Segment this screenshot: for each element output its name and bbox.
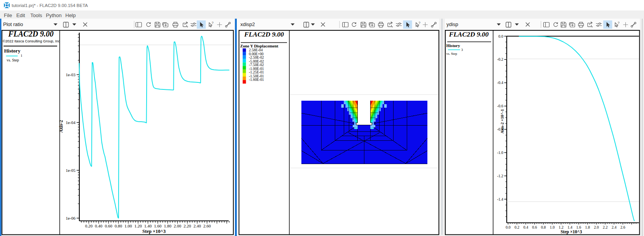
svg-text:-1.2: -1.2 (497, 174, 503, 178)
svg-text:3: 3 (461, 48, 463, 52)
svg-text:-1.60E-01: -1.60E-01 (249, 77, 264, 82)
svg-text:?: ? (618, 21, 620, 25)
svg-text:-0.4: -0.4 (497, 80, 503, 85)
svg-text:Help: Help (65, 12, 76, 18)
svg-text:Step ×10^3: Step ×10^3 (142, 229, 166, 234)
svg-text:1.60: 1.60 (154, 224, 162, 228)
svg-text:0.60: 0.60 (105, 224, 112, 228)
svg-text:1e-05: 1e-05 (66, 168, 76, 173)
svg-text:?: ? (418, 21, 420, 25)
svg-text:History: History (446, 43, 460, 48)
svg-text:Plot ratio: Plot ratio (3, 21, 23, 27)
svg-text:Tools: Tools (30, 12, 42, 18)
svg-text:Edit: Edit (16, 12, 25, 18)
svg-text:FLAC2D 9.00: FLAC2D 9.00 (8, 30, 54, 38)
svg-text:FLAC2D 9.00: FLAC2D 9.00 (448, 30, 488, 38)
svg-text:2.0: 2.0 (594, 225, 599, 229)
svg-text:Python: Python (46, 12, 61, 18)
svg-text:?: ? (212, 21, 214, 25)
svg-text:0.0: 0.0 (499, 34, 504, 38)
svg-text:tutorial1.prj* - FLAC2D 9.00.1: tutorial1.prj* - FLAC2D 9.00.154 BETA (12, 3, 88, 8)
svg-text:©2022 Itasca Consulting Group,: ©2022 Itasca Consulting Group, Inc (3, 39, 60, 43)
svg-text:1.6: 1.6 (576, 225, 581, 229)
svg-text:1.40: 1.40 (144, 224, 152, 228)
svg-text:-0.6: -0.6 (497, 104, 503, 108)
svg-text:0.80: 0.80 (115, 224, 122, 228)
svg-text:2.40: 2.40 (193, 224, 201, 228)
svg-text:0.2: 0.2 (514, 225, 520, 229)
svg-text:1.8: 1.8 (585, 225, 590, 229)
svg-text:1.00: 1.00 (124, 224, 132, 228)
svg-text:2.20: 2.20 (184, 224, 191, 228)
svg-text:0.20: 0.20 (85, 224, 93, 228)
svg-text:-0.8: -0.8 (497, 127, 503, 131)
svg-text:-1.0: -1.0 (497, 150, 503, 155)
svg-text:File: File (4, 12, 12, 18)
svg-text:Step ×10^3: Step ×10^3 (560, 229, 582, 234)
svg-text:2.00: 2.00 (174, 224, 182, 228)
svg-text:1.20: 1.20 (134, 224, 142, 228)
svg-text:FLAC2D 9.00: FLAC2D 9.00 (244, 30, 284, 38)
svg-text:0.40: 0.40 (95, 224, 103, 228)
svg-text:0.6: 0.6 (532, 225, 537, 229)
svg-text:1.0: 1.0 (550, 225, 555, 229)
svg-text:ydisp: ydisp (446, 21, 458, 27)
svg-text:1e-06: 1e-06 (66, 216, 76, 220)
svg-text:1.80: 1.80 (164, 224, 172, 228)
svg-text:0.4: 0.4 (523, 225, 528, 229)
svg-text:vs. Step: vs. Step (446, 52, 457, 56)
svg-text:2.4: 2.4 (612, 225, 617, 229)
svg-text:2.60: 2.60 (203, 224, 211, 228)
svg-text:xdisp2: xdisp2 (240, 21, 255, 27)
svg-text:1e-03: 1e-03 (66, 72, 76, 77)
svg-text:Zone Y Displacement: Zone Y Displacement (240, 44, 279, 48)
svg-text:1e-04: 1e-04 (66, 120, 76, 125)
svg-text:Axis-2: Axis-2 (58, 120, 64, 133)
svg-text:2.2: 2.2 (603, 225, 608, 229)
svg-text:0.8: 0.8 (541, 225, 546, 229)
svg-text:0.0: 0.0 (506, 225, 511, 229)
svg-text:1.4: 1.4 (567, 225, 572, 229)
svg-text:-1.4: -1.4 (497, 197, 503, 201)
svg-text:1: 1 (21, 54, 23, 58)
svg-text:History: History (4, 48, 21, 54)
svg-text:2.6: 2.6 (620, 225, 625, 229)
svg-text:-0.2: -0.2 (497, 57, 503, 61)
svg-text:vs. Step: vs. Step (7, 58, 19, 62)
svg-text:1.2: 1.2 (558, 225, 564, 229)
